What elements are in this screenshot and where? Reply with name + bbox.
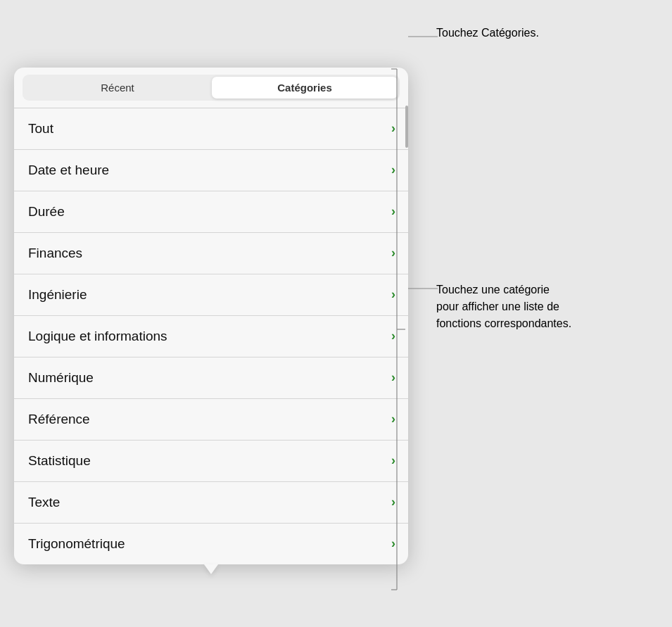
annotation-top-line: [408, 0, 443, 70]
panel-arrow: [204, 564, 218, 574]
list-item[interactable]: Durée ›: [14, 191, 408, 233]
category-label-tout: Tout: [28, 121, 53, 137]
annotation-middle: Touchez une catégorie pour afficher une …: [436, 281, 571, 332]
tab-categories-label: Catégories: [277, 82, 332, 94]
annotation-middle-line: [408, 246, 443, 331]
category-label-logique: Logique et informations: [28, 329, 167, 344]
category-label-date: Date et heure: [28, 163, 109, 178]
list-item[interactable]: Ingénierie ›: [14, 274, 408, 316]
category-label-ingenierie: Ingénierie: [28, 287, 87, 303]
panel-wrapper: Récent Catégories Tout › Date et heure ›: [14, 53, 408, 574]
category-label-finances: Finances: [28, 246, 82, 261]
list-item[interactable]: Statistique ›: [14, 441, 408, 482]
tab-bar: Récent Catégories: [23, 75, 400, 101]
annotation-middle-line3: fonctions correspondantes.: [436, 315, 571, 332]
tab-recent[interactable]: Récent: [25, 77, 210, 99]
list-item[interactable]: Finances ›: [14, 233, 408, 274]
annotation-middle-line2: pour afficher une liste de: [436, 298, 571, 315]
tab-categories[interactable]: Catégories: [212, 77, 398, 99]
category-label-texte: Texte: [28, 495, 60, 510]
list-item[interactable]: Référence ›: [14, 399, 408, 441]
bracket-svg: [391, 69, 404, 590]
annotations-area: Touchez Catégories. Touchez une catégori…: [415, 0, 668, 627]
category-label-duree: Durée: [28, 204, 65, 220]
category-label-statistique: Statistique: [28, 453, 91, 469]
tab-recent-label: Récent: [101, 82, 134, 94]
category-label-trigo: Trigonométrique: [28, 536, 125, 552]
list-item[interactable]: Date et heure ›: [14, 150, 408, 191]
scrollbar-track[interactable]: [405, 106, 408, 557]
list-item[interactable]: Trigonométrique ›: [14, 524, 408, 564]
annotation-top: Touchez Catégories.: [436, 27, 539, 39]
list-item[interactable]: Texte ›: [14, 482, 408, 524]
list-item[interactable]: Numérique ›: [14, 357, 408, 399]
categories-list: Tout › Date et heure › Durée › Finances …: [14, 108, 408, 564]
annotation-top-text: Touchez Catégories.: [436, 27, 539, 39]
list-item[interactable]: Logique et informations ›: [14, 316, 408, 357]
list-item[interactable]: Tout ›: [14, 108, 408, 150]
annotation-middle-line1: Touchez une catégorie: [436, 281, 571, 298]
scrollbar-thumb: [405, 106, 408, 148]
category-label-numerique: Numérique: [28, 370, 94, 386]
category-label-reference: Référence: [28, 412, 90, 427]
categories-panel: Récent Catégories Tout › Date et heure ›: [14, 68, 408, 564]
